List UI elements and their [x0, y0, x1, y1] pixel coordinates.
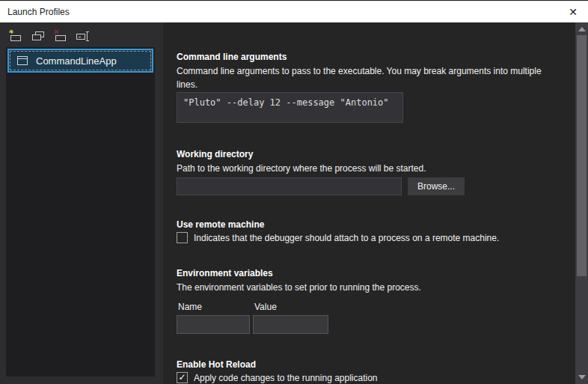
browse-button[interactable]: Browse... — [408, 177, 465, 195]
profiles-sidebar: CommandLineApp — [0, 22, 163, 384]
delete-profile-button[interactable] — [51, 27, 70, 45]
profile-item-commandlineapp[interactable]: CommandLineApp — [7, 49, 153, 73]
close-button[interactable]: ✕ — [558, 1, 588, 22]
close-icon: ✕ — [569, 6, 578, 18]
profile-list: CommandLineApp — [6, 47, 155, 377]
env-name-column-header: Name — [178, 302, 202, 312]
scrollbar-thumb[interactable] — [577, 35, 587, 276]
enable-hot-reload-checkbox[interactable]: ✓ — [177, 372, 188, 383]
enable-hot-reload-label: Apply code changes to the running applic… — [194, 373, 378, 383]
duplicate-profile-icon — [29, 28, 47, 43]
enable-hot-reload-heading: Enable Hot Reload — [177, 359, 256, 370]
working-directory-input[interactable] — [177, 177, 402, 195]
command-line-arguments-input[interactable]: "Pluto" --delay 12 --message "Antonio" — [177, 92, 403, 123]
rename-profile-icon — [74, 28, 92, 43]
profile-settings-panel: Command line arguments Command line argu… — [163, 22, 575, 384]
use-remote-machine-checkbox[interactable] — [177, 232, 188, 243]
environment-variables-description: The environment variables to set prior t… — [177, 281, 551, 294]
command-line-arguments-heading: Command line arguments — [177, 52, 287, 62]
profile-item-label: CommandLineApp — [36, 55, 117, 67]
delete-profile-icon — [52, 28, 70, 43]
vertical-scrollbar[interactable] — [575, 22, 588, 384]
rename-profile-button[interactable] — [73, 27, 93, 45]
application-window-icon — [16, 55, 28, 66]
scroll-down-arrow-icon[interactable] — [578, 375, 586, 380]
use-remote-machine-heading: Use remote machine — [177, 219, 264, 230]
working-directory-description: Path to the working directory where the … — [177, 162, 551, 175]
command-line-arguments-description: Command line arguments to pass to the ex… — [177, 64, 551, 91]
profile-toolbar — [6, 27, 93, 46]
scroll-up-arrow-icon[interactable] — [578, 27, 586, 31]
working-directory-heading: Working directory — [177, 149, 253, 159]
check-icon: ✓ — [178, 373, 186, 383]
env-value-column-header: Value — [254, 302, 277, 312]
environment-variables-heading: Environment variables — [177, 268, 273, 278]
env-value-input[interactable] — [253, 315, 328, 334]
dialog-title: Launch Profiles — [7, 7, 70, 17]
new-profile-icon — [7, 28, 25, 43]
use-remote-machine-row: Indicates that the debugger should attac… — [177, 232, 499, 243]
launch-profiles-dialog: Launch Profiles ✕ — [0, 0, 588, 384]
new-profile-button[interactable] — [6, 27, 25, 45]
env-name-input[interactable] — [177, 315, 250, 334]
duplicate-profile-button[interactable] — [28, 27, 48, 45]
enable-hot-reload-row: ✓ Apply code changes to the running appl… — [177, 372, 378, 383]
titlebar: Launch Profiles ✕ — [0, 0, 588, 22]
use-remote-machine-label: Indicates that the debugger should attac… — [194, 233, 499, 243]
